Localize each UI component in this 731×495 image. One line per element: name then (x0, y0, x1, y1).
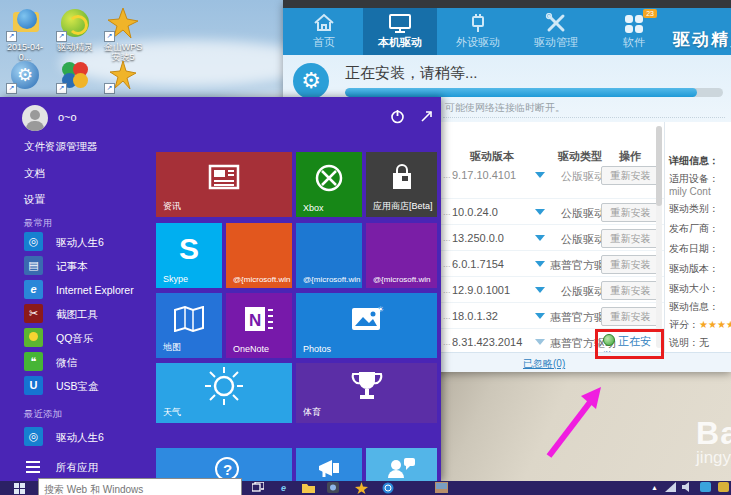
tab-software[interactable]: 23 软件 (597, 8, 671, 55)
power-button[interactable] (390, 109, 405, 124)
details-device-label: 适用设备： (669, 172, 719, 186)
resize-button[interactable] (419, 109, 434, 124)
qq-music-icon (24, 328, 43, 347)
windows-logo-icon (14, 483, 25, 494)
desktop-icon-media[interactable]: ↗ (52, 58, 98, 92)
cloud (60, 40, 320, 86)
tile-sports[interactable]: 体育 (296, 363, 437, 423)
tile-maps[interactable]: 地图 (156, 293, 222, 358)
progress-bar (345, 88, 723, 97)
panel-divider (664, 122, 665, 352)
app-icon-dark[interactable] (327, 482, 340, 494)
power-icon (390, 109, 405, 124)
shopping-bag-icon (366, 152, 437, 203)
swirl-icon: ↗ (58, 6, 92, 40)
star-icon: ↗ (106, 58, 140, 92)
reinstall-button[interactable]: 重新安装 (601, 307, 660, 326)
ignored-link[interactable]: 已忽略(0) (523, 357, 565, 371)
tray-up-arrow-icon[interactable]: ▲ (648, 482, 661, 494)
reinstall-button[interactable]: 重新安装 (601, 166, 660, 185)
desktop-dune (438, 368, 731, 483)
tile-skype[interactable]: S Skype (156, 223, 222, 288)
install-note: 可能使网络连接临时断开。 (445, 101, 565, 115)
driver-version: 18.0.1.32 (452, 310, 498, 322)
driver-life-icon: ◎ (24, 232, 43, 251)
reinstall-button[interactable]: 重新安装 (601, 203, 660, 222)
task-view-icon[interactable] (252, 482, 265, 494)
taskbar-search[interactable] (38, 478, 242, 495)
details-title: 详细信息： (669, 154, 719, 168)
avatar[interactable] (22, 105, 48, 131)
reinstall-button[interactable]: 重新安装 (601, 281, 660, 300)
tile-ms-app-3[interactable]: @{microsoft.win (366, 223, 437, 288)
colorful-cluster-icon: ↗ (58, 58, 92, 92)
scrollbar-thumb[interactable] (656, 126, 662, 206)
hamburger-icon (26, 461, 40, 473)
tab-driver-manage[interactable]: 驱动管理 (519, 8, 593, 55)
tile-ms-app-2[interactable]: @{microsoft.win (296, 223, 362, 288)
network-icon[interactable] (665, 482, 678, 494)
driver-version: 12.9.0.1001 (452, 284, 510, 296)
tile-feedback[interactable] (366, 448, 437, 481)
reinstall-button[interactable]: 重新安装 (601, 229, 660, 248)
search-input[interactable] (39, 481, 241, 495)
tile-news[interactable]: 资讯 (156, 152, 292, 217)
driver-version: 10.0.24.0 (452, 206, 498, 218)
sidebar-item-file-explorer[interactable]: 文件资源管理器 (24, 140, 98, 154)
progress-fill (345, 88, 697, 97)
tile-get-started[interactable]: ? (156, 448, 292, 481)
username: o~o (58, 111, 77, 123)
svg-text:N: N (249, 311, 261, 330)
file-explorer-icon[interactable] (302, 482, 315, 494)
tab-peripheral-drivers[interactable]: 外设驱动 (441, 8, 515, 55)
star-icon: ↗ (106, 6, 140, 40)
annotation-red-box (595, 329, 664, 359)
wps-star-icon[interactable] (355, 482, 368, 494)
desktop-icon-file[interactable]: ↗ 2015-04-0... (2, 6, 48, 62)
start-menu: o~o 文件资源管理器 文档 设置 最常用 ◎ 驱动人生6 ▤ 记事本 e In… (0, 97, 441, 481)
volume-icon[interactable] (682, 482, 695, 494)
usb-icon (441, 13, 515, 35)
tile-photos[interactable]: ☀ Photos (296, 293, 437, 358)
sidebar-item-documents[interactable]: 文档 (24, 167, 45, 181)
desktop-icon-settings-tool[interactable]: ⚙ ↗ (2, 58, 48, 92)
reinstall-button[interactable]: 重新安装 (601, 255, 660, 274)
tab-home[interactable]: 首页 (287, 8, 361, 55)
globe-app-icon[interactable] (382, 482, 395, 494)
photo-thumb-icon[interactable] (435, 482, 448, 494)
tile-xbox[interactable]: Xbox (296, 152, 362, 217)
home-icon (287, 13, 361, 35)
tray-app-icon[interactable] (700, 482, 713, 494)
tile-weather[interactable]: 天气 (156, 363, 292, 423)
app-logo: 驱动精灵 (673, 28, 731, 51)
sidebar-item-settings[interactable]: 设置 (24, 193, 45, 207)
software-count-badge: 23 (643, 9, 657, 18)
notepad-icon: ▤ (24, 256, 43, 275)
start-button[interactable] (14, 483, 25, 494)
install-status-text: 正在安装，请稍等... (345, 64, 478, 83)
tile-ms-app-1[interactable]: @{microsoft.win (226, 223, 292, 288)
tray-app-icon-2[interactable] (718, 482, 731, 494)
megaphone-icon (316, 456, 344, 480)
window-top-strip (283, 0, 731, 8)
desktop-icon-driver-genius[interactable]: ↗ 驱动精灵 (52, 6, 98, 52)
details-note: 说明：无 (669, 336, 709, 350)
resize-arrow-icon (419, 109, 434, 124)
driver-app-navbar: 首页 本机驱动 外设驱动 驱动管理 23 软件 驱动精灵 (283, 8, 731, 55)
desktop-icon-wps[interactable]: ↗ 金山WPS安装5 (100, 6, 146, 62)
tile-announce[interactable] (296, 448, 362, 481)
driver-life-icon: ◎ (24, 427, 43, 446)
tile-onenote[interactable]: N OneNote (226, 293, 292, 358)
onenote-icon: N (226, 293, 292, 344)
tab-local-drivers[interactable]: 本机驱动 (363, 8, 437, 55)
sun-icon (156, 363, 292, 409)
person-chat-icon (386, 456, 416, 480)
usb-box-icon: U (24, 376, 43, 395)
tile-store[interactable]: 应用商店[Beta] (366, 152, 437, 217)
desktop-icon-label: 驱动精灵 (52, 42, 98, 52)
skype-icon: S (156, 223, 222, 274)
scissors-icon: ✂ (24, 304, 43, 323)
desktop-icon-star2[interactable]: ↗ (100, 58, 146, 92)
details-device-value: mily Cont (669, 186, 711, 197)
ie-taskbar-icon[interactable]: e (277, 482, 290, 494)
